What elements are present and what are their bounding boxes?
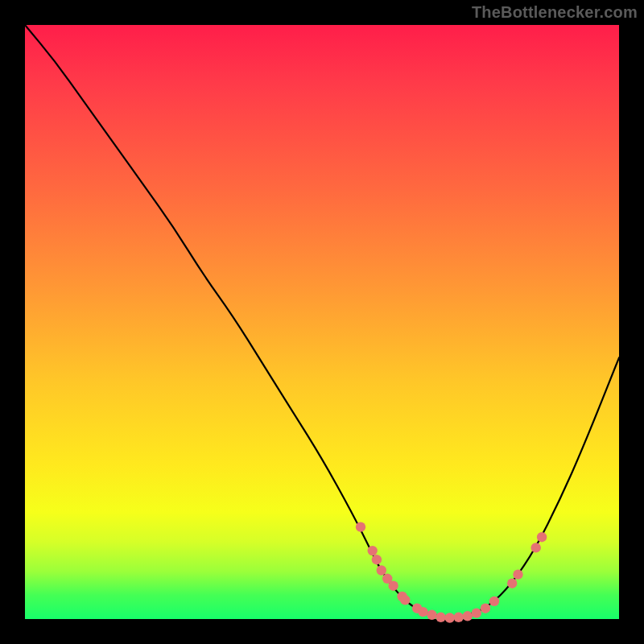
plot-gradient-area [25, 25, 619, 619]
marker-dots [356, 522, 547, 622]
marker-dot [489, 597, 499, 606]
watermark-text: TheBottlenecker.com [472, 3, 638, 22]
marker-dot [372, 555, 382, 564]
marker-dot [356, 522, 365, 531]
marker-dot [537, 532, 547, 542]
marker-dot [507, 579, 517, 588]
curve-svg [25, 25, 619, 619]
marker-dot [427, 610, 436, 620]
bottleneck-curve [25, 25, 619, 617]
chart-frame: TheBottlenecker.com [0, 0, 644, 644]
marker-dot [531, 543, 541, 552]
marker-dot [400, 595, 410, 605]
marker-dot [454, 613, 464, 622]
marker-dot [388, 581, 398, 591]
marker-dot [445, 613, 455, 622]
marker-dot [368, 546, 378, 555]
marker-dot [481, 604, 490, 613]
marker-dot [418, 607, 427, 617]
marker-dot [472, 608, 481, 617]
marker-dot [436, 613, 445, 622]
marker-dot [513, 569, 522, 579]
marker-dot [463, 611, 473, 621]
marker-dot [377, 565, 386, 575]
